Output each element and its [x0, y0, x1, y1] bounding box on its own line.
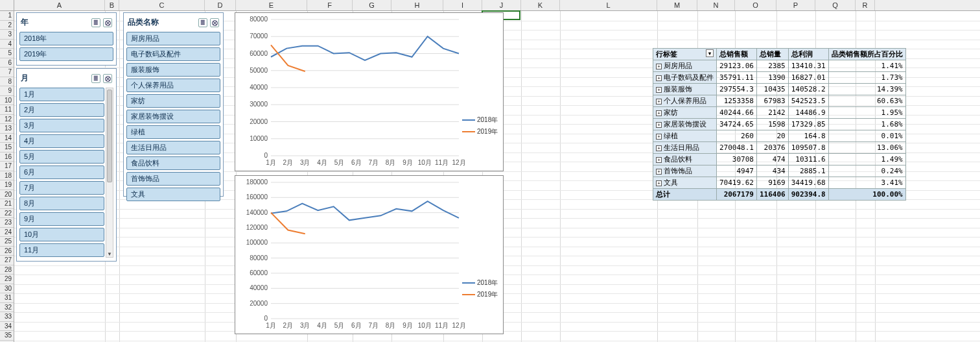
col-header-Q[interactable]: Q	[815, 0, 856, 10]
row-header-1[interactable]: 1	[0, 11, 14, 21]
chart-top[interactable]: 0100002000030000400005000060000700008000…	[235, 12, 504, 171]
slicer-month-item-8[interactable]: 9月	[19, 212, 104, 226]
pivot-row[interactable]: +家纺40244.66214214486.91.95%	[653, 107, 906, 119]
pivot-row[interactable]: +绿植26020164.80.01%	[653, 130, 906, 142]
row-header-35[interactable]: 35	[0, 331, 14, 341]
col-header-C[interactable]: C	[119, 0, 205, 10]
row-header-30[interactable]: 30	[0, 284, 14, 294]
slicer-category-item-1[interactable]: 电子数码及配件	[126, 47, 220, 61]
row-header-31[interactable]: 31	[0, 293, 14, 303]
slicer-category[interactable]: 品类名称 ≣ ⨂ 厨房用品电子数码及配件服装服饰个人保养用品家纺家居装饰摆设绿植…	[123, 12, 224, 197]
expand-icon[interactable]: +	[656, 75, 662, 81]
col-header-L[interactable]: L	[560, 0, 657, 10]
col-header-P[interactable]: P	[776, 0, 815, 10]
col-header-M[interactable]: M	[657, 0, 697, 10]
row-header-9[interactable]: 9	[0, 86, 14, 96]
pivot-row[interactable]: +家居装饰摆设34724.65159817329.851.68%	[653, 119, 906, 130]
slicer-category-item-4[interactable]: 家纺	[126, 94, 220, 108]
row-header-11[interactable]: 11	[0, 105, 14, 115]
pivot-row[interactable]: +厨房用品29123.06238513410.311.41%	[653, 60, 906, 72]
pivot-header-rowlabel[interactable]: 行标签▾	[653, 49, 717, 60]
row-header-2[interactable]: 2	[0, 21, 14, 31]
row-header-26[interactable]: 26	[0, 247, 14, 256]
slicer-category-item-7[interactable]: 生活日用品	[126, 141, 220, 154]
slicer-category-item-0[interactable]: 厨房用品	[126, 32, 220, 45]
expand-icon[interactable]: +	[656, 169, 662, 175]
slicer-month-item-5[interactable]: 6月	[19, 165, 104, 179]
multiselect-icon[interactable]: ≣	[91, 18, 100, 27]
col-header-O[interactable]: O	[735, 0, 776, 10]
row-header-28[interactable]: 28	[0, 265, 14, 275]
pivot-row[interactable]: +服装服饰297554.310435140528.214.39%	[653, 84, 906, 95]
slicer-month-item-9[interactable]: 10月	[19, 228, 104, 241]
row-header-23[interactable]: 23	[0, 218, 14, 228]
row-header-24[interactable]: 24	[0, 228, 14, 238]
pivot-row[interactable]: +文具70419.62916934419.683.41%	[653, 177, 906, 189]
expand-icon[interactable]: +	[656, 110, 662, 116]
row-header-29[interactable]: 29	[0, 275, 14, 284]
slicer-month-item-4[interactable]: 5月	[19, 150, 104, 164]
slicer-month-item-6[interactable]: 7月	[19, 181, 104, 195]
select-all-corner[interactable]	[0, 0, 14, 10]
row-header-13[interactable]: 13	[0, 124, 14, 134]
slicer-category-item-10[interactable]: 文具	[126, 188, 220, 201]
pivot-row[interactable]: +个人保养用品125335867983542523.560.63%	[653, 95, 906, 107]
slicer-month-item-2[interactable]: 3月	[19, 119, 104, 132]
multiselect-icon[interactable]: ≣	[198, 18, 207, 27]
slicer-scrollbar[interactable]: ▲ ▼	[106, 88, 113, 258]
pivot-row[interactable]: +首饰饰品49474342885.10.24%	[653, 165, 906, 177]
expand-icon[interactable]: +	[656, 134, 662, 140]
expand-icon[interactable]: +	[656, 157, 662, 163]
pivot-row[interactable]: +电子数码及配件35791.11139016827.011.73%	[653, 72, 906, 84]
col-header-J[interactable]: J	[482, 0, 521, 10]
clear-filter-icon[interactable]: ⨂	[210, 18, 219, 27]
row-header-27[interactable]: 27	[0, 256, 14, 265]
slicer-month-item-10[interactable]: 11月	[19, 243, 104, 257]
scroll-down-icon[interactable]: ▼	[106, 250, 113, 257]
row-header-17[interactable]: 17	[0, 162, 14, 171]
clear-filter-icon[interactable]: ⨂	[103, 74, 112, 83]
multiselect-icon[interactable]: ≣	[91, 74, 100, 83]
col-header-N[interactable]: N	[697, 0, 735, 10]
row-header-3[interactable]: 3	[0, 30, 14, 40]
expand-icon[interactable]: +	[656, 99, 662, 104]
row-header-22[interactable]: 22	[0, 209, 14, 219]
chart-bottom[interactable]: 0200004000060000800001000001200001400001…	[235, 175, 504, 334]
slicer-category-item-3[interactable]: 个人保养用品	[126, 79, 220, 92]
row-header-5[interactable]: 5	[0, 49, 14, 58]
slicer-category-item-2[interactable]: 服装服饰	[126, 63, 220, 77]
row-header-25[interactable]: 25	[0, 237, 14, 247]
expand-icon[interactable]: +	[656, 180, 662, 186]
row-header-20[interactable]: 20	[0, 190, 14, 200]
row-header-7[interactable]: 7	[0, 67, 14, 77]
slicer-month[interactable]: 月 ≣ ⨂ 1月2月3月4月5月6月7月8月9月10月11月12月 ▲ ▼	[16, 68, 117, 262]
slicer-category-item-9[interactable]: 首饰饰品	[126, 172, 220, 186]
slicer-year-item-0[interactable]: 2018年	[19, 32, 113, 45]
slicer-month-item-7[interactable]: 8月	[19, 197, 104, 210]
expand-icon[interactable]: +	[656, 122, 662, 128]
col-header-E[interactable]: E	[236, 0, 307, 10]
pivot-table[interactable]: 行标签▾总销售额总销量总利润品类销售额所占百分比+厨房用品29123.06238…	[653, 48, 906, 201]
col-header-I[interactable]: I	[443, 0, 482, 10]
row-header-32[interactable]: 32	[0, 303, 14, 313]
slicer-category-item-5[interactable]: 家居装饰摆设	[126, 110, 220, 123]
pivot-row[interactable]: +生活日用品270048.120376109507.813.06%	[653, 142, 906, 154]
slicer-category-item-6[interactable]: 绿植	[126, 125, 220, 139]
row-header-19[interactable]: 19	[0, 180, 14, 190]
row-header-21[interactable]: 21	[0, 199, 14, 209]
expand-icon[interactable]: +	[656, 87, 662, 93]
pivot-row[interactable]: +食品饮料3070847410311.61.49%	[653, 154, 906, 165]
col-header-G[interactable]: G	[353, 0, 391, 10]
pivot-filter-dropdown[interactable]: ▾	[706, 49, 714, 57]
row-header-15[interactable]: 15	[0, 143, 14, 153]
row-header-34[interactable]: 34	[0, 322, 14, 332]
col-header-R[interactable]: R	[856, 0, 875, 10]
col-header-D[interactable]: D	[205, 0, 236, 10]
col-header-A[interactable]: A	[14, 0, 105, 10]
slicer-month-item-3[interactable]: 4月	[19, 134, 104, 148]
row-header-10[interactable]: 10	[0, 96, 14, 106]
row-header-14[interactable]: 14	[0, 134, 14, 143]
row-header-6[interactable]: 6	[0, 58, 14, 68]
slicer-month-item-1[interactable]: 2月	[19, 103, 104, 117]
col-header-F[interactable]: F	[307, 0, 353, 10]
